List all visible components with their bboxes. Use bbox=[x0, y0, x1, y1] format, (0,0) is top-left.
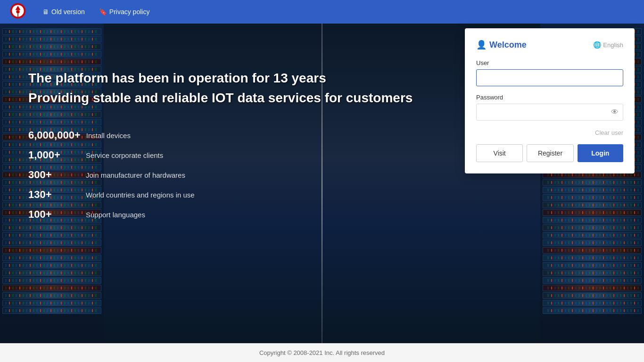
rack-unit bbox=[543, 217, 642, 223]
rack-unit bbox=[2, 285, 101, 291]
rack-unit bbox=[543, 209, 642, 216]
stat-num-4: 100+ bbox=[28, 208, 80, 221]
rack-unit bbox=[2, 43, 101, 50]
rack-unit bbox=[543, 187, 642, 193]
stats-list: 6,000,000+ Install devices 1,000+ Servic… bbox=[28, 129, 413, 221]
rack-unit bbox=[2, 270, 101, 276]
hero-text: The platform has been in operation for 1… bbox=[28, 71, 413, 221]
rack-unit bbox=[543, 202, 642, 208]
password-input[interactable] bbox=[476, 104, 623, 121]
stat-desc-0: Install devices bbox=[86, 132, 131, 140]
rack-unit bbox=[543, 285, 642, 291]
login-header: 👤 Welcome 🌐 English bbox=[476, 40, 623, 50]
rack-unit bbox=[2, 292, 101, 299]
login-title: 👤 Welcome bbox=[476, 40, 527, 50]
rack-unit bbox=[2, 255, 101, 261]
rack-unit bbox=[2, 262, 101, 269]
stat-desc-1: Service corporate clients bbox=[86, 151, 163, 159]
rack-unit bbox=[543, 194, 642, 201]
user-label: User bbox=[476, 59, 623, 66]
logo[interactable] bbox=[9, 2, 28, 21]
monitor-icon: 🖥 bbox=[42, 8, 49, 16]
rack-unit bbox=[543, 224, 642, 231]
svg-point-3 bbox=[16, 10, 19, 13]
password-field-group: Password 👁 bbox=[476, 94, 623, 121]
stat-desc-3: World countries and regions in use bbox=[86, 191, 195, 199]
hero-line1: The platform has been in operation for 1… bbox=[28, 71, 413, 86]
rack-unit bbox=[2, 300, 101, 306]
login-button[interactable]: Login bbox=[578, 144, 623, 162]
stat-item-0: 6,000,000+ Install devices bbox=[28, 129, 413, 141]
bookmark-icon: 🔖 bbox=[99, 8, 107, 16]
rack-unit bbox=[543, 232, 642, 239]
stat-desc-2: Join manufacturer of hardwares bbox=[86, 171, 185, 179]
login-card: 👤 Welcome 🌐 English User Password 👁 Clea… bbox=[465, 28, 635, 173]
rack-unit bbox=[543, 300, 642, 306]
password-input-wrap: 👁 bbox=[476, 104, 623, 121]
rack-unit bbox=[2, 224, 101, 231]
rack-unit bbox=[2, 232, 101, 239]
rack-unit bbox=[543, 255, 642, 261]
clear-user-section: Clear user bbox=[476, 128, 623, 137]
stat-item-2: 300+ Join manufacturer of hardwares bbox=[28, 169, 413, 181]
stat-item-3: 130+ World countries and regions in use bbox=[28, 189, 413, 201]
stat-num-3: 130+ bbox=[28, 189, 80, 201]
user-input-wrap bbox=[476, 69, 623, 86]
old-version-link[interactable]: 🖥 Old version bbox=[42, 8, 85, 16]
footer: Copyright © 2008-2021 Inc. All rights re… bbox=[0, 343, 644, 362]
clear-user-button[interactable]: Clear user bbox=[595, 129, 623, 136]
rack-unit bbox=[2, 247, 101, 254]
visit-button[interactable]: Visit bbox=[476, 144, 523, 162]
main-content: The platform has been in operation for 1… bbox=[0, 24, 644, 362]
globe-icon: 🌐 bbox=[593, 41, 601, 49]
rack-unit bbox=[2, 307, 101, 314]
rack-unit bbox=[2, 239, 101, 246]
stat-num-2: 300+ bbox=[28, 169, 80, 181]
copyright-text: Copyright © 2008-2021 Inc. All rights re… bbox=[259, 349, 385, 356]
rack-unit bbox=[2, 28, 101, 35]
rack-unit bbox=[543, 247, 642, 254]
rack-unit bbox=[543, 292, 642, 299]
header: 🖥 Old version 🔖 Privacy policy bbox=[0, 0, 644, 24]
user-icon: 👤 bbox=[476, 40, 487, 50]
stat-item-4: 100+ Support languages bbox=[28, 208, 413, 221]
header-nav: 🖥 Old version 🔖 Privacy policy bbox=[42, 8, 149, 16]
hero-line2: Providing stable and reliable IOT data s… bbox=[28, 90, 413, 106]
stat-item-1: 1,000+ Service corporate clients bbox=[28, 149, 413, 161]
rack-unit bbox=[543, 270, 642, 276]
rack-unit bbox=[543, 277, 642, 284]
stat-num-0: 6,000,000+ bbox=[28, 129, 81, 141]
rack-unit bbox=[543, 307, 642, 314]
rack-unit bbox=[2, 36, 101, 42]
rack-unit bbox=[543, 239, 642, 246]
rack-unit bbox=[2, 51, 101, 58]
stat-num-1: 1,000+ bbox=[28, 149, 80, 161]
rack-unit bbox=[543, 179, 642, 186]
user-field-group: User bbox=[476, 59, 623, 86]
register-button[interactable]: Register bbox=[527, 144, 573, 162]
login-actions: Visit Register Login bbox=[476, 144, 623, 162]
user-input[interactable] bbox=[476, 69, 623, 86]
privacy-policy-link[interactable]: 🔖 Privacy policy bbox=[99, 8, 150, 16]
rack-unit bbox=[2, 58, 101, 65]
rack-unit bbox=[2, 277, 101, 284]
show-password-icon[interactable]: 👁 bbox=[611, 108, 619, 116]
language-selector[interactable]: 🌐 English bbox=[593, 41, 623, 49]
password-label: Password bbox=[476, 94, 623, 101]
rack-unit bbox=[543, 262, 642, 269]
stat-desc-4: Support languages bbox=[86, 211, 145, 219]
